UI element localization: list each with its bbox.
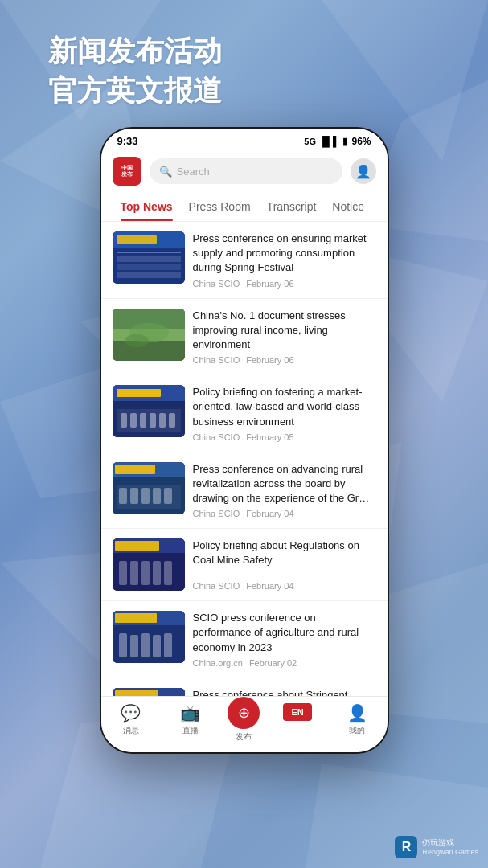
svg-rect-27 [117, 389, 161, 397]
svg-rect-32 [150, 413, 156, 428]
news-item[interactable]: China's No. 1 document stresses improvin… [101, 299, 388, 376]
news-date: February 02 [249, 658, 297, 668]
svg-rect-43 [164, 488, 172, 504]
nav-publish[interactable]: ⊕ 发布 [228, 703, 260, 743]
tab-press-room[interactable]: Press Room [181, 194, 259, 221]
news-item[interactable]: Policy briefing about Regulations on Coa… [101, 529, 388, 601]
news-meta: China SCIO February 06 [193, 355, 376, 365]
en-badge: EN [283, 703, 312, 721]
news-title: Press conference on advancing rural revi… [193, 462, 376, 506]
svg-rect-16 [117, 256, 181, 262]
news-title: China's No. 1 document stresses improvin… [193, 309, 376, 353]
news-content: SCIO press conference on performance of … [193, 611, 376, 668]
tv-icon: 📺 [180, 703, 200, 723]
news-thumbnail [113, 385, 185, 437]
svg-rect-14 [117, 235, 157, 244]
nav-live[interactable]: 📺 直播 [168, 703, 212, 743]
news-meta: China SCIO February 04 [193, 581, 376, 591]
news-source: China SCIO [193, 279, 240, 289]
bottom-nav: 💬 消息 📺 直播 ⊕ 发布 EN 👤 我的 [101, 696, 388, 752]
news-item[interactable]: Press conference about Stringent Measure… [101, 678, 388, 696]
search-icon: 🔍 [159, 166, 172, 178]
news-title: Policy briefing on fostering a market-or… [193, 385, 376, 429]
svg-rect-33 [159, 413, 166, 428]
svg-rect-41 [141, 488, 150, 504]
svg-rect-54 [115, 613, 157, 623]
svg-rect-46 [115, 541, 159, 551]
svg-rect-31 [140, 413, 146, 428]
svg-rect-62 [115, 690, 158, 696]
svg-rect-48 [130, 561, 138, 585]
news-meta: China SCIO February 05 [193, 432, 376, 442]
avatar-button[interactable]: 👤 [351, 158, 376, 184]
news-title: SCIO press conference on performance of … [193, 611, 376, 655]
signal-icon: 5G [304, 137, 316, 146]
publish-button[interactable]: ⊕ [228, 697, 260, 729]
status-time: 9:33 [117, 135, 138, 147]
svg-rect-49 [141, 561, 150, 585]
news-content: Press conference on advancing rural revi… [193, 462, 376, 519]
svg-rect-22 [113, 341, 185, 361]
logo-text-line1: 中国 [121, 165, 133, 171]
news-date: February 06 [246, 355, 293, 365]
news-source: China.org.cn [193, 658, 243, 668]
tab-notice[interactable]: Notice [324, 194, 372, 221]
watermark: R 仍玩游戏 Rengwan Games [395, 836, 478, 858]
svg-rect-50 [153, 561, 161, 585]
news-list: Press conference on ensuring market supp… [101, 222, 388, 696]
nav-live-label: 直播 [182, 725, 199, 736]
news-title: Press conference about Stringent Measure… [193, 688, 376, 696]
svg-rect-59 [164, 633, 172, 657]
news-thumbnail [113, 309, 185, 361]
search-bar[interactable]: 🔍 Search [150, 158, 342, 184]
svg-rect-15 [117, 252, 181, 253]
nav-en[interactable]: EN [276, 703, 320, 743]
svg-rect-30 [130, 413, 137, 428]
news-content: China's No. 1 document stresses improvin… [193, 309, 376, 366]
watermark-cn: 仍玩游戏 [422, 838, 478, 848]
avatar-icon: 👤 [355, 164, 371, 179]
news-item[interactable]: Press conference on advancing rural revi… [101, 452, 388, 530]
watermark-en: Rengwan Games [422, 848, 478, 857]
battery-level: 96% [351, 136, 371, 147]
nav-profile-label: 我的 [349, 725, 365, 736]
svg-point-24 [125, 334, 149, 347]
news-item[interactable]: SCIO press conference on performance of … [101, 601, 388, 678]
svg-rect-29 [121, 413, 127, 428]
news-thumbnail [113, 538, 185, 591]
svg-rect-58 [153, 635, 161, 657]
news-thumbnail [113, 462, 185, 514]
news-meta: China SCIO February 04 [193, 509, 376, 518]
app-header: 中国 发布 🔍 Search 👤 [101, 150, 388, 194]
news-thumbnail [113, 688, 185, 696]
watermark-logo-icon: R [395, 836, 417, 858]
profile-icon: 👤 [347, 703, 367, 723]
tab-bar: Top News Press Room Transcript Notice [101, 194, 388, 222]
news-date: February 04 [246, 581, 293, 591]
logo-text-line2: 发布 [121, 171, 133, 178]
svg-rect-17 [117, 264, 181, 270]
news-item[interactable]: Press conference on ensuring market supp… [101, 222, 388, 299]
svg-rect-37 [115, 465, 155, 474]
headline-line1: 新闻发布活动 [48, 32, 440, 72]
nav-messages[interactable]: 💬 消息 [109, 703, 153, 743]
svg-rect-55 [119, 633, 127, 657]
tab-top-news[interactable]: Top News [113, 194, 181, 221]
nav-profile[interactable]: 👤 我的 [335, 703, 379, 743]
svg-rect-34 [169, 413, 175, 428]
news-date: February 04 [246, 509, 293, 518]
nav-messages-label: 消息 [123, 725, 139, 736]
tab-transcript[interactable]: Transcript [259, 194, 325, 221]
signal-bars-icon: ▐▌▌ [319, 136, 340, 147]
news-date: February 05 [246, 432, 293, 442]
publish-icon: ⊕ [238, 704, 250, 722]
news-thumbnail [113, 231, 185, 284]
battery-icon: ▮ [342, 136, 348, 147]
nav-publish-label: 发布 [236, 731, 252, 743]
headline-area: 新闻发布活动 官方英文报道 [0, 0, 488, 127]
app-logo[interactable]: 中国 发布 [113, 157, 141, 186]
news-item[interactable]: Policy briefing on fostering a market-or… [101, 375, 388, 452]
search-input[interactable]: Search [177, 166, 210, 178]
svg-rect-39 [119, 488, 127, 504]
svg-rect-42 [153, 488, 161, 504]
